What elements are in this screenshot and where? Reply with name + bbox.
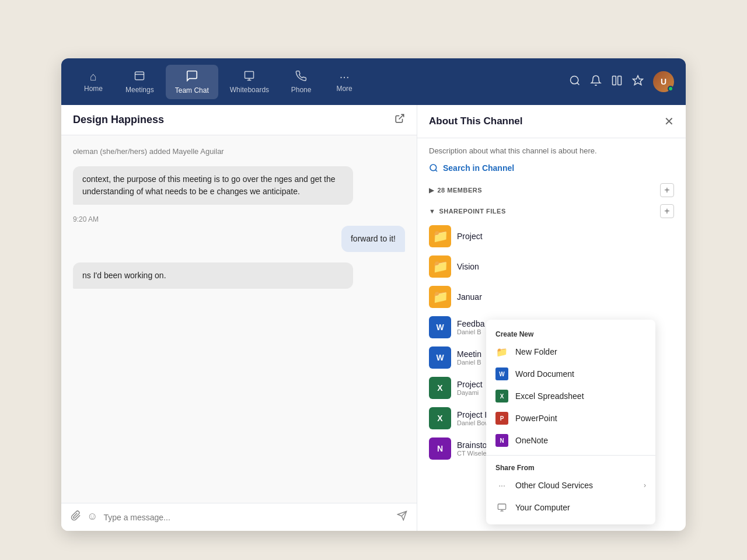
dropdown-cloud-services[interactable]: ··· Other Cloud Services › <box>486 474 655 496</box>
svg-rect-0 <box>135 72 144 79</box>
external-link-icon[interactable] <box>395 113 405 127</box>
chat-input-field[interactable] <box>103 513 391 522</box>
arrow-right-icon: › <box>644 481 646 489</box>
dropdown-ppt[interactable]: P PowerPoint <box>486 407 655 429</box>
app-window: ⌂ Home Meetings Team Chat <box>61 58 686 531</box>
svg-line-10 <box>399 114 404 119</box>
files-section-row: ▼ SHAREPOINT FILES + <box>429 204 674 218</box>
file-name-1: Project <box>457 232 674 241</box>
top-nav: ⌂ Home Meetings Team Chat <box>61 58 686 105</box>
svg-line-6 <box>577 82 580 85</box>
members-section-label: ▶ 28 MEMBERS <box>429 187 482 194</box>
dropdown-divider <box>486 455 655 456</box>
team-chat-icon <box>186 69 198 84</box>
file-item-2[interactable]: 📁 Vision <box>429 256 674 278</box>
word-icon-4: W <box>429 316 451 338</box>
folder-icon-2: 📁 <box>429 256 451 278</box>
search-in-channel[interactable]: Search in Channel <box>429 163 674 173</box>
paperclip-icon[interactable] <box>71 510 81 524</box>
ppt-label: PowerPoint <box>515 414 557 423</box>
message-1: context, the purpose of this meeting is … <box>73 166 353 205</box>
nav-label-meetings: Meetings <box>125 86 154 94</box>
file-name-3: Januar <box>457 292 674 302</box>
dropdown-excel[interactable]: X Excel Spreadsheet <box>486 385 655 407</box>
svg-rect-8 <box>618 76 622 85</box>
system-message: oleman (she/her/hers) added Mayelle Agui… <box>73 147 405 156</box>
panel-description: Description about what this channel is a… <box>429 146 674 155</box>
dropdown-onenote[interactable]: N OneNote <box>486 429 655 452</box>
onenote-doc-icon: N <box>495 434 508 447</box>
nav-item-whiteboards[interactable]: Whiteboards <box>221 65 278 99</box>
search-channel-label: Search in Channel <box>443 163 514 173</box>
new-folder-icon: 📁 <box>495 345 508 358</box>
word-doc-icon: W <box>495 368 508 380</box>
chevron-right-icon: ▶ <box>429 187 434 194</box>
nav-item-home[interactable]: ⌂ Home <box>73 66 114 97</box>
nav-label-whiteboards: Whiteboards <box>230 86 269 94</box>
chat-header: Design Happiness <box>61 105 417 135</box>
create-new-dropdown: Create New 📁 New Folder W Word Document … <box>486 320 655 524</box>
more-icon: ··· <box>340 71 350 82</box>
nav-item-more[interactable]: ··· More <box>324 66 365 97</box>
user-avatar[interactable]: U <box>653 71 674 92</box>
dropdown-new-folder[interactable]: 📁 New Folder <box>486 341 655 363</box>
folder-icon-3: 📁 <box>429 286 451 308</box>
file-item-1[interactable]: 📁 Project <box>429 225 674 247</box>
chat-body: oleman (she/her/hers) added Mayelle Agui… <box>61 135 417 503</box>
svg-rect-15 <box>498 504 505 509</box>
emoji-icon[interactable]: ☺ <box>87 510 97 524</box>
close-button[interactable]: ✕ <box>664 114 674 128</box>
chat-title: Design Happiness <box>73 114 164 126</box>
chat-input-area: ☺ <box>61 503 417 531</box>
chat-input-icons: ☺ <box>71 510 97 524</box>
nav-label-phone: Phone <box>291 86 312 94</box>
nav-item-phone[interactable]: Phone <box>281 65 322 99</box>
onenote-icon-8: N <box>429 438 451 460</box>
nav-item-meetings[interactable]: Meetings <box>116 65 163 99</box>
message-2: forward to it! <box>341 226 405 252</box>
meetings-icon <box>134 70 145 83</box>
new-folder-label: New Folder <box>515 347 557 356</box>
ppt-icon: P <box>495 412 508 425</box>
svg-marker-9 <box>633 75 643 85</box>
search-nav-icon[interactable] <box>569 75 581 89</box>
chat-panel: Design Happiness oleman (she/her/hers) a… <box>61 105 417 531</box>
word-doc-label: Word Document <box>515 369 574 379</box>
right-panel: About This Channel ✕ Description about w… <box>417 105 686 531</box>
send-icon[interactable] <box>397 510 407 524</box>
online-status <box>668 86 673 92</box>
layout-icon[interactable] <box>611 75 623 89</box>
main-content: Design Happiness oleman (she/her/hers) a… <box>61 105 686 531</box>
share-from-label: Share From <box>486 459 655 474</box>
home-icon: ⌂ <box>90 71 97 82</box>
add-member-button[interactable]: + <box>660 183 674 197</box>
ai-icon[interactable] <box>632 75 644 89</box>
bell-icon[interactable] <box>590 75 602 89</box>
nav-label-team-chat: Team Chat <box>175 86 209 94</box>
file-info-3: Januar <box>457 292 674 302</box>
svg-point-5 <box>571 76 578 83</box>
dropdown-your-computer[interactable]: Your Computer <box>486 496 655 519</box>
excel-label: Excel Spreadsheet <box>515 391 584 401</box>
cloud-services-label: Other Cloud Services <box>515 481 593 490</box>
excel-icon-6: X <box>429 377 451 399</box>
nav-left: ⌂ Home Meetings Team Chat <box>73 65 365 99</box>
dropdown-word-doc[interactable]: W Word Document <box>486 363 655 385</box>
svg-line-14 <box>435 170 437 172</box>
nav-label-home: Home <box>84 85 103 93</box>
nav-right: U <box>569 71 674 92</box>
computer-icon <box>495 501 508 514</box>
create-new-label: Create New <box>486 326 655 341</box>
panel-header: About This Channel ✕ <box>417 105 686 138</box>
file-item-3[interactable]: 📁 Januar <box>429 286 674 308</box>
add-file-button[interactable]: + <box>660 204 674 218</box>
chevron-down-icon: ▼ <box>429 208 435 215</box>
message-3: ns I'd been working on. <box>73 262 353 289</box>
cloud-services-icon: ··· <box>495 479 508 492</box>
message-time: 9:20 AM <box>73 215 405 223</box>
onenote-label: OneNote <box>515 436 548 445</box>
nav-item-team-chat[interactable]: Team Chat <box>166 65 218 99</box>
message-right-wrap: forward to it! <box>73 226 405 262</box>
svg-rect-7 <box>613 76 616 85</box>
files-section-label: ▼ SHAREPOINT FILES <box>429 208 506 215</box>
